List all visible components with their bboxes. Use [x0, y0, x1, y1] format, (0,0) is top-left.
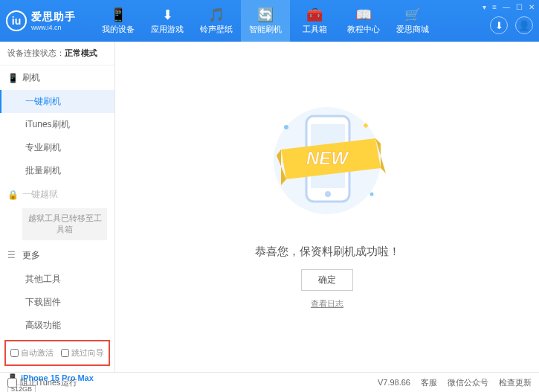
nav-label: 我的设备: [102, 24, 135, 35]
nav-label: 智能刷机: [249, 24, 282, 35]
success-message: 恭喜您，保资料刷机成功啦！: [255, 245, 400, 259]
footer-wechat[interactable]: 微信公众号: [448, 377, 488, 388]
sidebar: 设备连接状态：正常模式 📱 刷机 一键刷机iTunes刷机专业刷机批量刷机 🔒 …: [0, 42, 115, 372]
nav-label: 应用游戏: [151, 24, 184, 35]
options-box: 自动激活 跳过向导: [4, 340, 110, 366]
nav-3[interactable]: 🔄智能刷机: [241, 0, 290, 42]
sidebar-item[interactable]: iTunes刷机: [0, 113, 114, 136]
menu-icon[interactable]: ▾: [482, 3, 486, 11]
sidebar-item[interactable]: 专业刷机: [0, 136, 114, 159]
nav-icon: 🛒: [404, 7, 421, 22]
content: NEW 恭喜您，保资料刷机成功啦！ 确定 查看日志: [115, 42, 539, 372]
nav-label: 工具箱: [303, 24, 327, 35]
top-nav: 📱我的设备⬇应用游戏🎵铃声壁纸🔄智能刷机🧰工具箱📖教程中心🛒爱思商城: [94, 0, 437, 42]
nav-5[interactable]: 📖教程中心: [339, 0, 388, 42]
sidebar-item[interactable]: 其他工具: [0, 268, 114, 291]
phone-icon: 📱: [7, 73, 18, 83]
app-url: www.i4.cn: [31, 24, 76, 31]
nav-icon: 🔄: [257, 7, 274, 22]
lock-icon: 🔒: [7, 190, 18, 200]
section-flash[interactable]: 📱 刷机: [0, 65, 114, 90]
sidebar-item[interactable]: 批量刷机: [0, 159, 114, 182]
download-icon[interactable]: ⬇: [490, 16, 508, 34]
svg-point-9: [370, 192, 374, 196]
auto-activate-checkbox[interactable]: 自动激活: [10, 347, 54, 359]
nav-icon: 🎵: [208, 7, 225, 22]
sidebar-item[interactable]: 一键刷机: [0, 90, 114, 113]
svg-point-3: [325, 191, 331, 197]
header: ▾ ≡ — ☐ ✕ iu 爱思助手 www.i4.cn 📱我的设备⬇应用游戏🎵铃…: [0, 0, 539, 42]
footer-update[interactable]: 检查更新: [499, 377, 532, 388]
version-label: V7.98.66: [378, 378, 410, 387]
section-jailbreak[interactable]: 🔒 一键越狱: [0, 182, 114, 207]
nav-6[interactable]: 🛒爱思商城: [388, 0, 437, 42]
nav-icon: 📱: [110, 7, 126, 22]
block-itunes-checkbox[interactable]: 阻止iTunes运行: [7, 377, 77, 388]
app-title: 爱思助手: [31, 10, 76, 24]
nav-0[interactable]: 📱我的设备: [94, 0, 143, 42]
nav-icon: ⬇: [162, 7, 173, 22]
header-right: ⬇ 👤: [490, 0, 533, 42]
svg-point-8: [284, 125, 288, 129]
footer-support[interactable]: 客服: [421, 377, 437, 388]
ok-button[interactable]: 确定: [301, 269, 353, 291]
logo-icon: iu: [6, 10, 27, 31]
nav-4[interactable]: 🧰工具箱: [290, 0, 339, 42]
nav-2[interactable]: 🎵铃声壁纸: [192, 0, 241, 42]
skip-guide-checkbox[interactable]: 跳过向导: [61, 347, 104, 359]
nav-icon: 🧰: [306, 7, 323, 22]
success-illustration: NEW: [253, 97, 401, 231]
sidebar-item[interactable]: 高级功能: [0, 314, 114, 337]
nav-1[interactable]: ⬇应用游戏: [143, 0, 192, 42]
logo: iu 爱思助手 www.i4.cn: [6, 10, 94, 31]
svg-text:NEW: NEW: [306, 148, 349, 168]
section-more[interactable]: ☰ 更多: [0, 243, 114, 268]
sidebar-item[interactable]: 下载固件: [0, 291, 114, 314]
menu-icon: ☰: [7, 250, 18, 260]
nav-label: 爱思商城: [396, 24, 429, 35]
nav-label: 铃声壁纸: [200, 24, 233, 35]
device-status: 设备连接状态：正常模式: [0, 42, 114, 65]
nav-icon: 📖: [355, 7, 372, 22]
user-icon[interactable]: 👤: [515, 16, 533, 34]
nav-label: 教程中心: [347, 24, 380, 35]
view-log-link[interactable]: 查看日志: [311, 298, 343, 309]
jailbreak-note: 越狱工具已转移至工具箱: [22, 208, 107, 240]
